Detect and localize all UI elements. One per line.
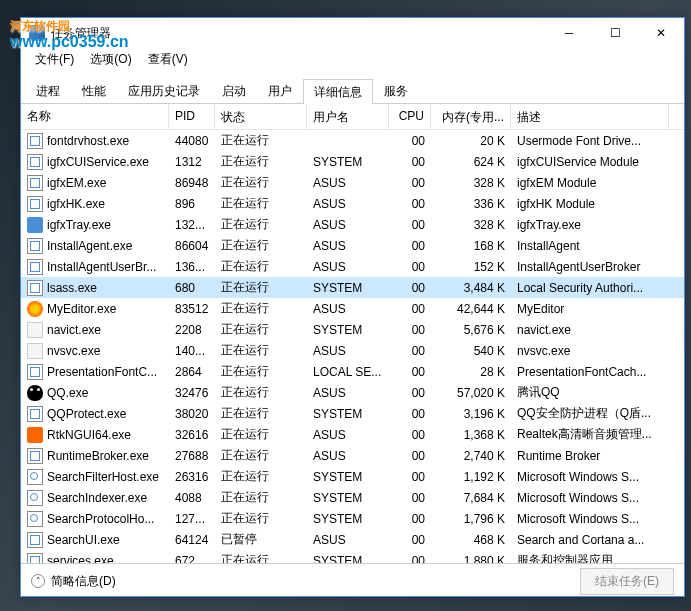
process-pid: 83512 (169, 300, 215, 318)
process-mem: 20 K (431, 132, 511, 150)
table-row[interactable]: SearchFilterHost.exe26316正在运行SYSTEM001,1… (21, 466, 684, 487)
process-mem: 42,644 K (431, 300, 511, 318)
process-name: InstallAgent.exe (47, 239, 132, 253)
process-icon (27, 343, 43, 359)
process-user: ASUS (307, 384, 389, 402)
process-icon (27, 217, 43, 233)
process-name: MyEditor.exe (47, 302, 116, 316)
process-icon (27, 238, 43, 254)
process-user: SYSTEM (307, 468, 389, 486)
table-body[interactable]: fontdrvhost.exe44080正在运行0020 KUsermode F… (21, 130, 684, 564)
table-row[interactable]: PresentationFontC...2864正在运行LOCAL SE...0… (21, 361, 684, 382)
process-mem: 5,676 K (431, 321, 511, 339)
process-status: 正在运行 (215, 361, 307, 382)
process-user: ASUS (307, 195, 389, 213)
table-row[interactable]: InstallAgentUserBr...136...正在运行ASUS00152… (21, 256, 684, 277)
table-row[interactable]: igfxCUIService.exe1312正在运行SYSTEM00624 Ki… (21, 151, 684, 172)
process-name: SearchIndexer.exe (47, 491, 147, 505)
footer: ˄ 简略信息(D) 结束任务(E) (21, 564, 684, 598)
process-pid: 140... (169, 342, 215, 360)
menu-view[interactable]: 查看(V) (142, 49, 194, 70)
process-icon (27, 196, 43, 212)
table-row[interactable]: lsass.exe680正在运行SYSTEM003,484 KLocal Sec… (21, 277, 684, 298)
table-row[interactable]: RuntimeBroker.exe27688正在运行ASUS002,740 KR… (21, 445, 684, 466)
table-row[interactable]: SearchIndexer.exe4088正在运行SYSTEM007,684 K… (21, 487, 684, 508)
process-status: 正在运行 (215, 193, 307, 214)
table-row[interactable]: services.exe672正在运行SYSTEM001,880 K服务和控制器… (21, 550, 684, 564)
col-pid[interactable]: PID (169, 104, 215, 129)
table-row[interactable]: igfxHK.exe896正在运行ASUS00336 KigfxHK Modul… (21, 193, 684, 214)
process-cpu: 00 (389, 384, 431, 402)
process-cpu: 00 (389, 174, 431, 192)
process-mem: 3,196 K (431, 405, 511, 423)
process-status: 正在运行 (215, 487, 307, 508)
process-cpu: 00 (389, 258, 431, 276)
process-cpu: 00 (389, 531, 431, 549)
process-desc: 腾讯QQ (511, 382, 669, 403)
tab-processes[interactable]: 进程 (25, 78, 71, 103)
tab-performance[interactable]: 性能 (71, 78, 117, 103)
table-row[interactable]: SearchUI.exe64124已暂停ASUS00468 KSearch an… (21, 529, 684, 550)
tab-users[interactable]: 用户 (257, 78, 303, 103)
table-row[interactable]: igfxTray.exe132...正在运行ASUS00328 KigfxTra… (21, 214, 684, 235)
table-row[interactable]: InstallAgent.exe86604正在运行ASUS00168 KInst… (21, 235, 684, 256)
process-icon (27, 427, 43, 443)
process-mem: 57,020 K (431, 384, 511, 402)
process-mem: 328 K (431, 216, 511, 234)
maximize-button[interactable]: ☐ (592, 18, 638, 48)
table-row[interactable]: fontdrvhost.exe44080正在运行0020 KUsermode F… (21, 130, 684, 151)
table-row[interactable]: RtkNGUI64.exe32616正在运行ASUS001,368 KRealt… (21, 424, 684, 445)
process-pid: 4088 (169, 489, 215, 507)
table-row[interactable]: MyEditor.exe83512正在运行ASUS0042,644 KMyEdi… (21, 298, 684, 319)
table-row[interactable]: QQProtect.exe38020正在运行SYSTEM003,196 KQQ安… (21, 403, 684, 424)
minimize-button[interactable]: ─ (546, 18, 592, 48)
menu-file[interactable]: 文件(F) (29, 49, 80, 70)
process-cpu: 00 (389, 447, 431, 465)
process-status: 正在运行 (215, 214, 307, 235)
table-row[interactable]: navict.exe2208正在运行SYSTEM005,676 Knavict.… (21, 319, 684, 340)
close-button[interactable]: ✕ (638, 18, 684, 48)
process-pid: 38020 (169, 405, 215, 423)
process-name: InstallAgentUserBr... (47, 260, 156, 274)
process-user: SYSTEM (307, 279, 389, 297)
app-icon (29, 25, 45, 41)
process-desc: Microsoft Windows S... (511, 468, 669, 486)
process-user: ASUS (307, 258, 389, 276)
col-user[interactable]: 用户名 (307, 104, 389, 129)
table-row[interactable]: nvsvc.exe140...正在运行ASUS00540 Knvsvc.exe (21, 340, 684, 361)
process-status: 正在运行 (215, 550, 307, 564)
table-row[interactable]: SearchProtocolHo...127...正在运行SYSTEM001,7… (21, 508, 684, 529)
process-pid: 136... (169, 258, 215, 276)
process-user: ASUS (307, 174, 389, 192)
col-name[interactable]: 名称 (21, 104, 169, 129)
table-row[interactable]: QQ.exe32476正在运行ASUS0057,020 K腾讯QQ (21, 382, 684, 403)
process-desc: QQ安全防护进程（Q盾... (511, 403, 669, 424)
process-desc: Local Security Authori... (511, 279, 669, 297)
process-cpu: 00 (389, 363, 431, 381)
tab-services[interactable]: 服务 (373, 78, 419, 103)
process-status: 正在运行 (215, 319, 307, 340)
process-mem: 3,484 K (431, 279, 511, 297)
tab-startup[interactable]: 启动 (211, 78, 257, 103)
process-desc: Usermode Font Drive... (511, 132, 669, 150)
end-task-button[interactable]: 结束任务(E) (580, 568, 674, 595)
col-cpu[interactable]: CPU (389, 104, 431, 129)
col-status[interactable]: 状态 (215, 104, 307, 129)
process-icon (27, 448, 43, 464)
process-status: 正在运行 (215, 445, 307, 466)
process-desc: navict.exe (511, 321, 669, 339)
titlebar[interactable]: 任务管理器 ─ ☐ ✕ (21, 18, 684, 48)
col-memory[interactable]: 内存(专用... (431, 104, 511, 129)
tab-details[interactable]: 详细信息 (303, 79, 373, 104)
process-cpu: 00 (389, 153, 431, 171)
process-desc: 服务和控制器应用 (511, 550, 669, 564)
table-row[interactable]: igfxEM.exe86948正在运行ASUS00328 KigfxEM Mod… (21, 172, 684, 193)
process-desc: InstallAgent (511, 237, 669, 255)
process-icon (27, 511, 43, 527)
menu-options[interactable]: 选项(O) (84, 49, 137, 70)
col-desc[interactable]: 描述 (511, 104, 669, 129)
process-cpu: 00 (389, 237, 431, 255)
tab-apphistory[interactable]: 应用历史记录 (117, 78, 211, 103)
process-icon (27, 259, 43, 275)
fewer-details-button[interactable]: ˄ 简略信息(D) (31, 573, 116, 590)
